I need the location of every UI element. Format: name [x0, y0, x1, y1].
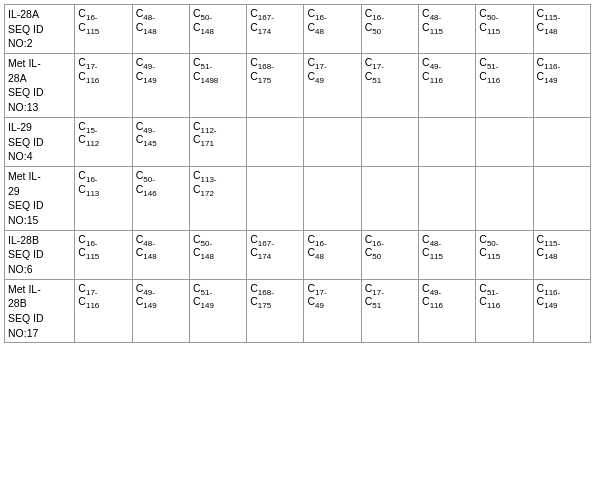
data-cell: C112-C171 [189, 117, 246, 166]
data-cell: C17-C116 [75, 279, 132, 343]
data-cell: C49-C116 [419, 54, 476, 118]
data-cell: C48-C115 [419, 230, 476, 279]
table-row: Met IL-29SEQ IDNO:15C16-C113C50-C146C113… [5, 166, 591, 230]
data-cell: C16-C115 [75, 5, 132, 54]
row-id-cell: Met IL-29SEQ IDNO:15 [5, 166, 75, 230]
data-cell: C51-C116 [476, 54, 533, 118]
data-cell: C48-C148 [132, 5, 189, 54]
data-cell: C51-C149 [189, 279, 246, 343]
data-cell: C49-C149 [132, 279, 189, 343]
data-cell: C16-C48 [304, 230, 361, 279]
data-cell: C51-C1498 [189, 54, 246, 118]
data-cell: C49-C145 [132, 117, 189, 166]
data-cell: C115-C148 [533, 5, 590, 54]
row-id-cell: IL-28BSEQ IDNO:6 [5, 230, 75, 279]
data-cell: C50-C148 [189, 5, 246, 54]
data-cell: C16-C115 [75, 230, 132, 279]
data-cell: C17-C51 [361, 279, 418, 343]
data-cell: C167-C174 [247, 230, 304, 279]
data-cell: C50-C148 [189, 230, 246, 279]
row-id-cell: IL-29SEQ IDNO:4 [5, 117, 75, 166]
data-cell: C49-C116 [419, 279, 476, 343]
data-cell: C48-C148 [132, 230, 189, 279]
data-cell [361, 166, 418, 230]
data-table: IL-28ASEQ IDNO:2C16-C115C48-C148C50-C148… [4, 4, 591, 343]
data-cell: C17-C116 [75, 54, 132, 118]
table-row: IL-28BSEQ IDNO:6C16-C115C48-C148C50-C148… [5, 230, 591, 279]
data-cell [476, 117, 533, 166]
data-cell [361, 117, 418, 166]
data-cell: C16-C50 [361, 5, 418, 54]
data-cell: C50-C115 [476, 230, 533, 279]
main-table-container: IL-28ASEQ IDNO:2C16-C115C48-C148C50-C148… [0, 0, 595, 347]
data-cell: C50-C115 [476, 5, 533, 54]
data-cell: C16-C113 [75, 166, 132, 230]
table-row: IL-28ASEQ IDNO:2C16-C115C48-C148C50-C148… [5, 5, 591, 54]
data-cell: C15-C112 [75, 117, 132, 166]
data-cell: C168-C175 [247, 279, 304, 343]
data-cell [533, 117, 590, 166]
data-cell [304, 117, 361, 166]
table-row: IL-29SEQ IDNO:4C15-C112C49-C145C112-C171 [5, 117, 591, 166]
table-row: Met IL-28BSEQ IDNO:17C17-C116C49-C149C51… [5, 279, 591, 343]
data-cell [247, 166, 304, 230]
data-cell: C167-C174 [247, 5, 304, 54]
data-cell: C116-C149 [533, 54, 590, 118]
data-cell: C113-C172 [189, 166, 246, 230]
data-cell [304, 166, 361, 230]
data-cell: C50-C146 [132, 166, 189, 230]
data-cell: C16-C50 [361, 230, 418, 279]
row-id-cell: IL-28ASEQ IDNO:2 [5, 5, 75, 54]
data-cell: C168-C175 [247, 54, 304, 118]
data-cell: C17-C49 [304, 54, 361, 118]
data-cell [533, 166, 590, 230]
data-cell [476, 166, 533, 230]
data-cell: C48-C115 [419, 5, 476, 54]
data-cell: C115-C148 [533, 230, 590, 279]
data-cell: C116-C149 [533, 279, 590, 343]
data-cell: C51-C116 [476, 279, 533, 343]
data-cell: C17-C51 [361, 54, 418, 118]
data-cell: C16-C48 [304, 5, 361, 54]
data-cell: C17-C49 [304, 279, 361, 343]
table-row: Met IL-28ASEQ IDNO:13C17-C116C49-C149C51… [5, 54, 591, 118]
data-cell [247, 117, 304, 166]
row-id-cell: Met IL-28ASEQ IDNO:13 [5, 54, 75, 118]
data-cell: C49-C149 [132, 54, 189, 118]
data-cell [419, 117, 476, 166]
data-cell [419, 166, 476, 230]
row-id-cell: Met IL-28BSEQ IDNO:17 [5, 279, 75, 343]
